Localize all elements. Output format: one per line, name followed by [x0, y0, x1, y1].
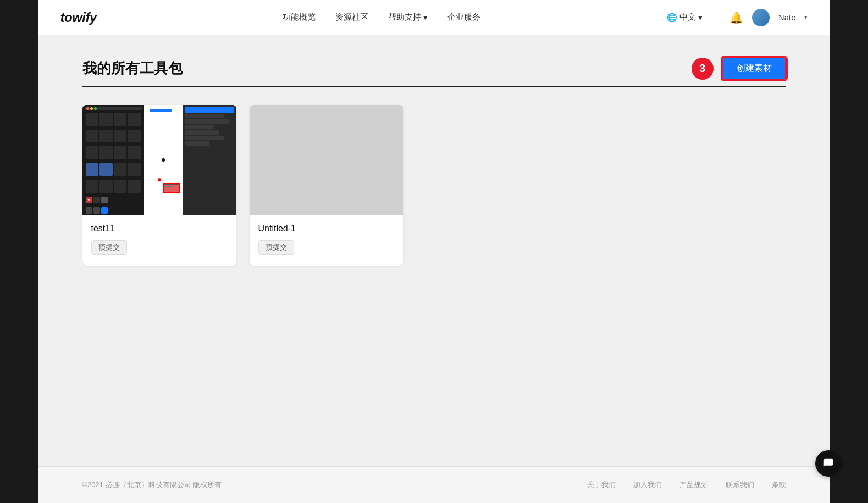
footer-link-about[interactable]: 关于我们 — [587, 480, 616, 490]
nav-help[interactable]: 帮助支持 ▾ — [388, 12, 428, 23]
card-title-1: test11 — [91, 224, 228, 234]
footer-link-roadmap[interactable]: 产品规划 — [679, 480, 708, 490]
card-tag-2[interactable]: 预提交 — [258, 240, 294, 255]
divider — [716, 11, 716, 24]
nav-community[interactable]: 资源社区 — [335, 12, 368, 23]
main-nav: 功能概览 资源社区 帮助支持 ▾ 企业服务 — [283, 12, 480, 23]
lang-selector[interactable]: 🌐 中文 ▾ — [667, 12, 703, 23]
chevron-down-icon-lang: ▾ — [698, 13, 703, 23]
header: towify 功能概览 资源社区 帮助支持 ▾ 企业服务 🌐 中文 ▾ 🔔 Na… — [38, 0, 830, 35]
create-button[interactable]: 创建素材 — [722, 57, 786, 80]
cards-grid: ❤ — [82, 105, 786, 266]
nav-features[interactable]: 功能概览 — [283, 12, 316, 23]
footer-link-contact[interactable]: 联系我们 — [726, 480, 754, 490]
main-content: 我的所有工具包 3 创建素材 — [38, 35, 830, 466]
footer-link-join[interactable]: 加入我们 — [633, 480, 662, 490]
card-untitled[interactable]: Untitled-1 预提交 — [250, 105, 403, 266]
globe-icon: 🌐 — [667, 13, 677, 23]
card-body-1: test11 预提交 — [82, 215, 236, 266]
card-test11[interactable]: ❤ — [82, 105, 236, 266]
logo[interactable]: towify — [60, 10, 97, 25]
card-title-2: Untitled-1 — [258, 224, 395, 234]
card-thumbnail-2 — [250, 105, 403, 215]
footer-link-terms[interactable]: 条款 — [772, 480, 786, 490]
card-body-2: Untitled-1 预提交 — [250, 215, 403, 266]
chevron-down-icon: ▾ — [423, 13, 428, 23]
chat-icon — [822, 457, 834, 469]
user-name[interactable]: Nate — [778, 13, 796, 22]
bell-icon[interactable]: 🔔 — [729, 11, 743, 24]
card-thumbnail-1: ❤ — [82, 105, 236, 215]
step-badge: 3 — [692, 58, 714, 80]
footer: ©2021 必连（北京）科技有限公司 版权所有 关于我们 加入我们 产品规划 联… — [38, 466, 830, 503]
footer-links: 关于我们 加入我们 产品规划 联系我们 条款 — [587, 480, 786, 490]
page-header: 我的所有工具包 3 创建素材 — [82, 57, 786, 87]
footer-copyright: ©2021 必连（北京）科技有限公司 版权所有 — [82, 480, 222, 490]
chat-button[interactable] — [815, 450, 842, 477]
header-right: 🌐 中文 ▾ 🔔 Nate ▾ — [667, 9, 808, 26]
user-dropdown-arrow[interactable]: ▾ — [804, 14, 808, 21]
card-tag-1[interactable]: 预提交 — [91, 240, 127, 255]
header-actions: 3 创建素材 — [692, 57, 786, 80]
nav-enterprise[interactable]: 企业服务 — [447, 12, 480, 23]
page-title: 我的所有工具包 — [82, 59, 183, 78]
avatar[interactable] — [752, 9, 770, 26]
